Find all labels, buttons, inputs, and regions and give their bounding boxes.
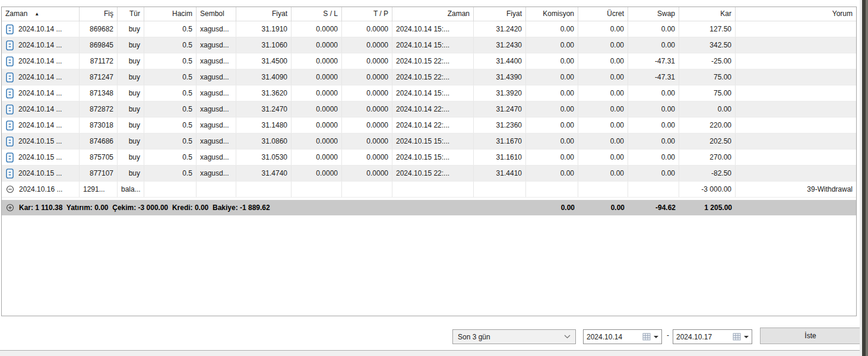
cell-swap: 0.00 — [628, 85, 679, 101]
balance-row[interactable]: 2024.10.16 ...1291...bala...-3 000.0039-… — [2, 182, 856, 198]
cell-deal: 1291... — [80, 182, 118, 197]
history-table: Zaman▲FişTürHacimSembolFiyatS / LT / PZa… — [1, 7, 857, 316]
column-header-volume[interactable]: Hacim — [144, 7, 197, 21]
period-select-value: Son 3 gün — [458, 333, 564, 341]
cell-volume: 0.5 — [144, 69, 197, 85]
cell-close_time: 2024.10.15 22:... — [392, 69, 474, 85]
cell-profit: 220.00 — [679, 117, 736, 133]
cell-symbol: xagusd... — [197, 134, 236, 149]
cell-time-text: 2024.10.14 ... — [18, 53, 62, 69]
table-row[interactable]: 2024.10.15 ...874686buy0.5xagusd...31.08… — [2, 134, 856, 150]
column-header-deal[interactable]: Fiş — [80, 7, 118, 21]
calendar-icon[interactable] — [733, 333, 741, 341]
cell-close_price: 31.2470 — [474, 101, 526, 117]
cell-close_time: 2024.10.14 15:... — [392, 21, 474, 37]
cell-sl: 0.0000 — [292, 37, 342, 53]
cell-volume: 0.5 — [144, 37, 197, 53]
column-header-label: Komisyon — [543, 9, 574, 18]
table-row[interactable]: 2024.10.14 ...871172buy0.5xagusd...31.45… — [2, 53, 856, 69]
cell-sl: 0.0000 — [292, 150, 342, 165]
cell-type: buy — [118, 150, 144, 165]
calendar-dropdown-caret-icon[interactable] — [744, 336, 749, 338]
cell-volume: 0.5 — [144, 21, 197, 37]
receipt-icon — [6, 72, 14, 82]
column-header-symbol[interactable]: Sembol — [197, 7, 236, 21]
calendar-dropdown-caret-icon[interactable] — [654, 336, 658, 338]
cell-volume: 0.5 — [144, 101, 197, 117]
cell-price: 31.0530 — [236, 150, 292, 165]
cell-symbol: xagusd... — [197, 21, 236, 37]
table-body: 2024.10.14 ...869682buy0.5xagusd...31.19… — [2, 21, 856, 198]
table-row[interactable]: 2024.10.14 ...869682buy0.5xagusd...31.19… — [2, 21, 856, 37]
cell-close_time: 2024.10.14 15:... — [392, 37, 474, 53]
column-header-label: Fiyat — [272, 9, 287, 18]
cell-profit: 127.50 — [679, 21, 736, 37]
cell-volume: 0.5 — [144, 134, 197, 149]
period-select[interactable]: Son 3 gün — [452, 329, 576, 344]
cell-commission: 0.00 — [526, 134, 578, 149]
cell-symbol — [197, 182, 236, 197]
receipt-icon — [6, 40, 14, 50]
cell-close_price: 31.1670 — [474, 134, 526, 149]
cell-profit: 75.00 — [679, 85, 736, 101]
cell-close_time: 2024.10.15 15:... — [392, 134, 474, 149]
column-header-time[interactable]: Zaman▲ — [2, 7, 80, 21]
cell-time: 2024.10.14 ... — [2, 53, 80, 69]
cell-close_time: 2024.10.15 15:... — [392, 150, 474, 165]
table-row[interactable]: 2024.10.14 ...872872buy0.5xagusd...31.24… — [2, 101, 856, 117]
table-row[interactable]: 2024.10.15 ...875705buy0.5xagusd...31.05… — [2, 150, 856, 166]
column-header-type[interactable]: Tür — [118, 7, 144, 21]
date-from-field[interactable]: 2024.10.14 — [583, 329, 662, 344]
cell-fee: 0.00 — [578, 69, 628, 85]
cell-symbol: xagusd... — [197, 69, 236, 85]
cell-swap: 0.00 — [628, 101, 679, 117]
table-row[interactable]: 2024.10.14 ...869845buy0.5xagusd...31.10… — [2, 37, 856, 53]
cell-commission — [526, 182, 578, 197]
cell-close_price: 31.4400 — [474, 53, 526, 69]
cell-deal: 873018 — [80, 117, 118, 133]
table-header-row: Zaman▲FişTürHacimSembolFiyatS / LT / PZa… — [2, 7, 856, 21]
column-header-price[interactable]: Fiyat — [236, 7, 292, 21]
table-row[interactable]: 2024.10.14 ...873018buy0.5xagusd...31.14… — [2, 117, 856, 134]
column-header-profit[interactable]: Kar — [679, 7, 736, 21]
column-header-label: Ücret — [607, 9, 624, 18]
column-header-fee[interactable]: Ücret — [578, 7, 628, 21]
cell-time: 2024.10.14 ... — [2, 117, 80, 133]
cell-time: 2024.10.14 ... — [2, 69, 80, 85]
cell-volume — [144, 182, 197, 197]
cell-volume: 0.5 — [144, 150, 197, 165]
cell-close_time: 2024.10.14 15:... — [392, 85, 474, 101]
table-row[interactable]: 2024.10.15 ...877107buy0.5xagusd...31.47… — [2, 166, 856, 182]
cell-comment: 39-Withdrawal — [736, 182, 856, 197]
cell-time: 2024.10.14 ... — [2, 21, 80, 37]
column-header-comment[interactable]: Yorum — [736, 7, 856, 21]
cell-price: 31.0860 — [236, 134, 292, 149]
cell-swap: 0.00 — [628, 21, 679, 37]
column-header-label: Yorum — [832, 9, 853, 18]
cell-tp: 0.0000 — [342, 101, 392, 117]
date-range-separator: - — [664, 331, 671, 339]
table-row[interactable]: 2024.10.14 ...871348buy0.5xagusd...31.36… — [2, 85, 856, 101]
cell-symbol: xagusd... — [197, 37, 236, 53]
column-header-tp[interactable]: T / P — [342, 7, 392, 21]
cell-sl: 0.0000 — [292, 166, 342, 181]
column-header-close_time[interactable]: Zaman — [392, 7, 474, 21]
date-to-field[interactable]: 2024.10.17 — [673, 329, 752, 344]
cell-type: buy — [118, 166, 144, 181]
cell-fee: 0.00 — [578, 134, 628, 149]
cell-tp — [342, 182, 392, 197]
table-row[interactable]: 2024.10.14 ...871247buy0.5xagusd...31.40… — [2, 69, 856, 85]
cell-comment — [736, 85, 856, 101]
summary-swap: -94.62 — [628, 204, 679, 212]
cell-comment — [736, 117, 856, 133]
column-header-commission[interactable]: Komisyon — [526, 7, 578, 21]
receipt-icon — [6, 169, 14, 179]
request-button[interactable]: İste — [760, 328, 861, 344]
cell-time: 2024.10.15 ... — [2, 166, 80, 181]
calendar-icon[interactable] — [642, 333, 651, 341]
cell-type: buy — [118, 85, 144, 101]
cell-time-text: 2024.10.15 ... — [18, 166, 62, 181]
column-header-swap[interactable]: Swap — [628, 7, 679, 21]
column-header-close_price[interactable]: Fiyat — [474, 7, 526, 21]
column-header-sl[interactable]: S / L — [292, 7, 342, 21]
